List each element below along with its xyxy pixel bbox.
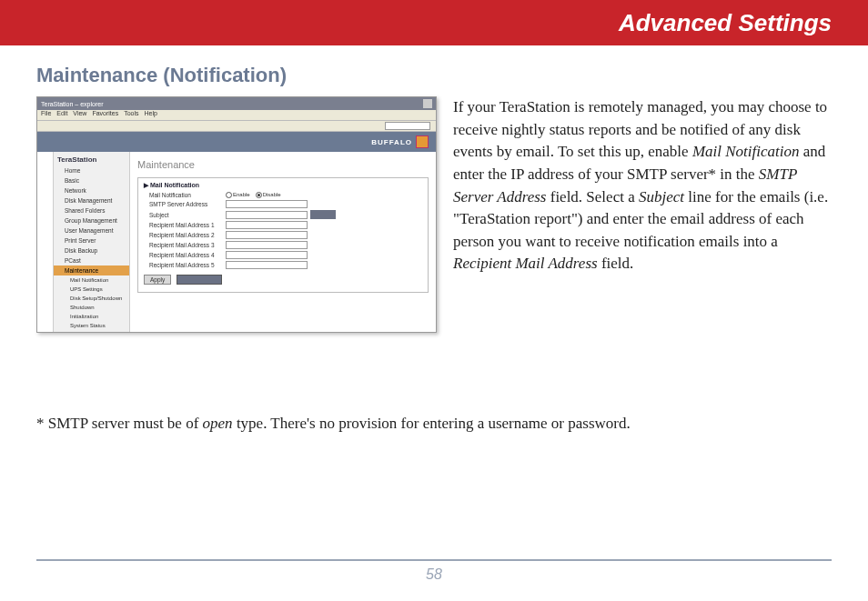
r3-field: [226, 241, 308, 249]
r5-field: [226, 261, 308, 269]
fn-open: open: [203, 415, 233, 432]
content: Maintenance (Notification) TeraStation –…: [0, 45, 868, 333]
row-r1: Recipient Mail Address 1: [144, 221, 422, 229]
screenshot-panel: TeraStation – explorer File Edit View Fa…: [36, 96, 437, 333]
subject-button: [310, 210, 336, 219]
close-icon: [423, 99, 432, 108]
row-mail-notification: Mail Notification Enable Disable: [144, 192, 422, 198]
row-r4: Recipient Mail Address 4: [144, 251, 422, 259]
lbl-mail: Mail Notification: [144, 192, 226, 198]
menu-tools: Tools: [124, 110, 138, 120]
app-menubar: File Edit View Favorites Tools Help: [37, 110, 436, 121]
sidebar-item-home: Home: [54, 165, 129, 175]
sidebar-item-group: Group Management: [54, 215, 129, 225]
sidebar-item-shared: Shared Folders: [54, 205, 129, 215]
sidebar-item-disk-mgmt: Disk Management: [54, 195, 129, 205]
menu-help: Help: [145, 110, 157, 120]
p1-mail-notification: Mail Notification: [692, 143, 800, 160]
sidebar-item-print: Print Server: [54, 235, 129, 245]
panel-title: ▶ Mail Notification: [144, 182, 422, 189]
row-r3: Recipient Mail Address 3: [144, 241, 422, 249]
fn-a: * SMTP server must be of: [36, 415, 203, 432]
subject-field: [226, 211, 308, 219]
sidebar-item-basic: Basic: [54, 175, 129, 185]
row-smtp: SMTP Server Address: [144, 200, 422, 208]
sidebar-sub-status: System Status: [54, 321, 129, 330]
apply-button: Apply: [144, 275, 171, 285]
r2-field: [226, 231, 308, 239]
app-titlebar: TeraStation – explorer: [37, 97, 436, 110]
menu-view: View: [73, 110, 86, 120]
window-title: TeraStation – explorer: [41, 101, 103, 107]
sidebar-sub-mail: Mail Notification: [54, 275, 129, 285]
row-r2: Recipient Mail Address 2: [144, 231, 422, 239]
r4-field: [226, 251, 308, 259]
sidebar-item-backup: Disk Backup: [54, 245, 129, 255]
sidebar-sub-ups: UPS Settings: [54, 285, 129, 294]
mail-panel: ▶ Mail Notification Mail Notification En…: [137, 177, 429, 293]
buffalo-logo: BUFFALO: [371, 138, 412, 146]
radio-enable-icon: [226, 192, 232, 198]
section-title: Maintenance (Notification): [36, 64, 832, 87]
p1e: field. Select a: [546, 188, 639, 205]
sidebar-sub-init: Initialization: [54, 312, 129, 321]
tabs-strip: [37, 152, 54, 333]
cancel-button: [177, 275, 222, 285]
sidebar-item-maintenance: Maintenance: [54, 265, 129, 275]
two-column: TeraStation – explorer File Edit View Fa…: [36, 96, 832, 333]
footer: 58: [36, 559, 832, 583]
sidebar-sub-disksetup: Disk Setup/Shutdown: [54, 294, 129, 303]
smtp-field: [226, 200, 308, 208]
header-bar: Advanced Settings: [0, 0, 868, 45]
app-toolbar: [37, 121, 436, 132]
sidebar-item-pcast: PCast: [54, 255, 129, 265]
sidebar-header: TeraStation: [54, 154, 129, 165]
radio-disable-icon: [256, 192, 262, 198]
p1-subject: Subject: [639, 188, 684, 205]
sidebar-sub-shutdown: Shutdown: [54, 303, 129, 312]
brand-row: BUFFALO: [37, 132, 436, 152]
row-subject: Subject: [144, 210, 422, 219]
main-panel: Maintenance ▶ Mail Notification Mail Not…: [130, 152, 436, 333]
button-row: Apply: [144, 275, 422, 285]
sidebar: TeraStation Home Basic Network Disk Mana…: [54, 152, 130, 333]
p1-recipient: Recipient Mail Address: [453, 255, 598, 272]
help-icon: [416, 135, 429, 148]
row-r5: Recipient Mail Address 5: [144, 261, 422, 269]
radio-enable-disable: Enable Disable: [226, 192, 281, 198]
footnote: * SMTP server must be of open type. Ther…: [0, 415, 868, 433]
menu-edit: Edit: [56, 110, 67, 120]
app-body: TeraStation Home Basic Network Disk Mana…: [37, 152, 436, 333]
sidebar-item-network: Network: [54, 185, 129, 195]
search-box: [385, 122, 430, 130]
sidebar-item-user: User Management: [54, 225, 129, 235]
p1i: field.: [598, 255, 634, 272]
menu-file: File: [41, 110, 51, 120]
main-title: Maintenance: [137, 159, 429, 170]
fn-c: type. There's no provision for entering …: [233, 415, 631, 432]
body-text: If your TeraStation is remotely managed,…: [453, 96, 832, 333]
page-number: 58: [36, 566, 832, 583]
header-title: Advanced Settings: [619, 9, 832, 37]
r1-field: [226, 221, 308, 229]
menu-favorites: Favorites: [92, 110, 118, 120]
